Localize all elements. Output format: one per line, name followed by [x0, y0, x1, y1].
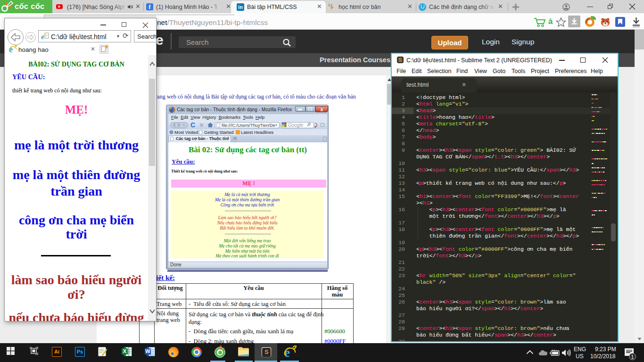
svg-text:e: e: [41, 33, 44, 41]
